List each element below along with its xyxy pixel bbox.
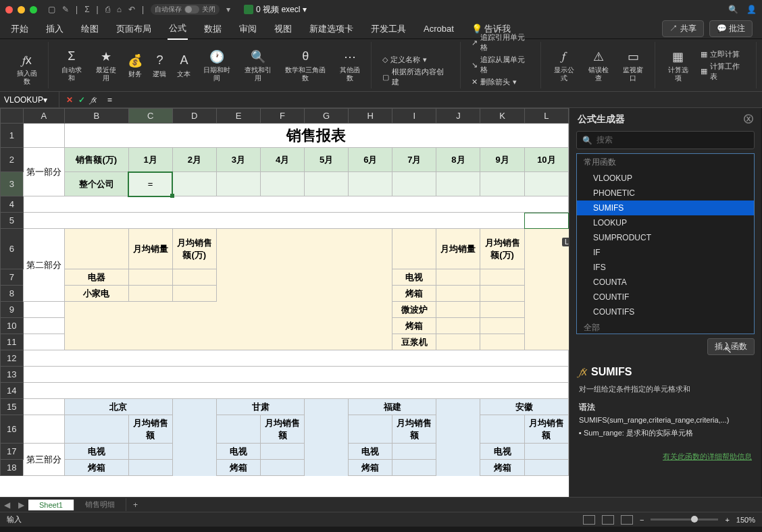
cell[interactable]: 小家电 — [64, 286, 128, 302]
row-header[interactable]: 12 — [1, 350, 24, 367]
col-header[interactable]: L — [524, 109, 568, 124]
autosum-button[interactable]: Σ自动求和 — [55, 47, 87, 84]
cell[interactable] — [480, 334, 524, 350]
cell[interactable]: 甘肃 — [216, 399, 304, 415]
spreadsheet-grid[interactable]: A B C D E F G H I J K L 1销售报表 2 第一部分 销售额… — [0, 108, 569, 497]
cell[interactable] — [524, 302, 568, 318]
cell[interactable]: 电视 — [480, 444, 524, 460]
cell[interactable] — [436, 302, 480, 318]
show-formulas-button[interactable]: 𝑓显示公式 — [548, 47, 580, 84]
col-header[interactable]: B — [64, 109, 128, 124]
zoom-level[interactable]: 150% — [736, 516, 755, 524]
fn-item[interactable]: COUNTIFS — [577, 304, 754, 319]
row-header[interactable]: 7 — [1, 269, 24, 286]
menu-review[interactable]: 审阅 — [238, 19, 258, 39]
cell[interactable] — [23, 367, 568, 383]
cell[interactable]: 9月 — [480, 148, 524, 172]
calc-sheet-button[interactable]: ▦ 计算工作表 — [701, 61, 746, 82]
add-sheet-icon[interactable]: + — [126, 500, 145, 510]
fn-item[interactable]: COUNTIF — [577, 290, 754, 304]
cell[interactable]: 烤箱 — [349, 460, 392, 476]
col-header[interactable]: D — [172, 109, 216, 124]
cell[interactable]: 4月 — [261, 148, 305, 172]
normal-view-icon[interactable] — [583, 515, 595, 525]
insert-function-button[interactable]: 插入函数 ↖ — [707, 338, 755, 355]
zoom-out-icon[interactable]: − — [640, 516, 644, 524]
col-header[interactable]: H — [349, 109, 392, 124]
row-header[interactable]: 9 — [1, 302, 24, 318]
cell[interactable] — [392, 172, 436, 196]
menu-insert[interactable]: 插入 — [45, 19, 65, 39]
menu-draw[interactable]: 绘图 — [80, 19, 100, 39]
new-icon[interactable]: ✎ — [62, 5, 69, 14]
active-cell[interactable]: = — [128, 172, 172, 196]
cell[interactable] — [436, 286, 480, 302]
cell[interactable]: 电器 — [64, 269, 128, 286]
fn-item[interactable]: VLOOKUP — [577, 171, 754, 186]
cell[interactable]: 烤箱 — [392, 286, 436, 302]
cell[interactable]: 1月 — [128, 148, 172, 172]
cell[interactable] — [23, 213, 524, 229]
watch-window-button[interactable]: ▭监视窗口 — [617, 47, 649, 84]
cell[interactable]: 豆浆机 — [392, 334, 436, 350]
title-cell[interactable]: 销售报表 — [64, 124, 568, 148]
menu-newtab[interactable]: 新建选项卡 — [308, 19, 355, 39]
cell[interactable]: 月均销售额(万) — [480, 229, 524, 269]
row-header[interactable]: 8 — [1, 286, 24, 302]
menu-formulas[interactable]: 公式 — [168, 18, 188, 40]
tab-prev-icon[interactable]: ◀ — [0, 500, 14, 510]
section-label[interactable]: 第二部分 — [23, 229, 64, 302]
cell[interactable] — [524, 269, 568, 286]
menu-data[interactable]: 数据 — [203, 19, 223, 39]
cell[interactable]: 电视 — [64, 444, 128, 460]
function-list[interactable]: 常用函数 VLOOKUP PHONETIC SUMIFS LOOKUP SUMP… — [576, 153, 755, 334]
calc-options-button[interactable]: ▦计算选项 — [662, 47, 694, 84]
fn-item[interactable]: IFS — [577, 260, 754, 275]
formula-input[interactable]: = — [103, 95, 762, 105]
row-header[interactable]: 3 — [1, 172, 24, 196]
fx-icon[interactable]: 𝑓x — [91, 95, 97, 105]
minimize-window-icon[interactable] — [18, 6, 25, 14]
col-header[interactable]: C — [128, 109, 172, 124]
confirm-icon[interactable]: ✓ — [78, 95, 85, 105]
cell[interactable]: 电视 — [349, 444, 392, 460]
cell[interactable] — [480, 286, 524, 302]
tab-next-icon[interactable]: ▶ — [14, 500, 28, 510]
cell[interactable] — [524, 229, 568, 269]
share-button[interactable]: ↗ 共享 — [662, 20, 703, 37]
col-header[interactable]: G — [305, 109, 349, 124]
cell[interactable] — [23, 350, 568, 367]
cell[interactable]: 10月 — [524, 148, 568, 172]
cell[interactable] — [23, 196, 568, 213]
search-input[interactable]: 🔍 搜索 — [576, 131, 755, 149]
cell[interactable]: 整个公司 — [64, 172, 128, 196]
insert-function-button[interactable]: 𝑓x插入函数 — [11, 51, 43, 87]
fn-item-selected[interactable]: SUMIFS — [577, 201, 754, 215]
cell[interactable]: 月均销售额(万) — [172, 229, 216, 269]
cell[interactable] — [128, 460, 172, 476]
row-header[interactable]: 10 — [1, 318, 24, 334]
cell[interactable] — [261, 460, 305, 476]
cell[interactable] — [172, 269, 216, 286]
datetime-button[interactable]: 🕐日期和时间 — [197, 47, 236, 84]
sheet-tab[interactable]: 销售明细 — [74, 498, 126, 511]
cell[interactable] — [524, 334, 568, 350]
fn-item[interactable]: SUMPRODUCT — [577, 230, 754, 245]
cell[interactable] — [480, 415, 524, 444]
cell[interactable] — [480, 318, 524, 334]
cell[interactable] — [392, 229, 436, 269]
define-name-button[interactable]: ◇ 定义名称 ▾ — [382, 55, 450, 65]
financial-button[interactable]: 💰财务 — [124, 51, 146, 80]
menu-view[interactable]: 视图 — [273, 19, 293, 39]
menu-layout[interactable]: 页面布局 — [115, 19, 153, 39]
cell[interactable] — [392, 460, 436, 476]
logical-button[interactable]: ?逻辑 — [149, 51, 170, 80]
cell[interactable] — [64, 334, 392, 350]
autosave-toggle[interactable]: 自动保存 关闭 — [151, 4, 220, 15]
row-header[interactable]: 15 — [1, 399, 24, 415]
row-header[interactable]: 2 — [1, 148, 24, 172]
col-header[interactable]: K — [480, 109, 524, 124]
cell[interactable]: 月均销量 — [128, 229, 172, 269]
cancel-icon[interactable]: ✕ — [66, 95, 73, 105]
math-button[interactable]: θ数学和三角函数 — [280, 47, 331, 84]
